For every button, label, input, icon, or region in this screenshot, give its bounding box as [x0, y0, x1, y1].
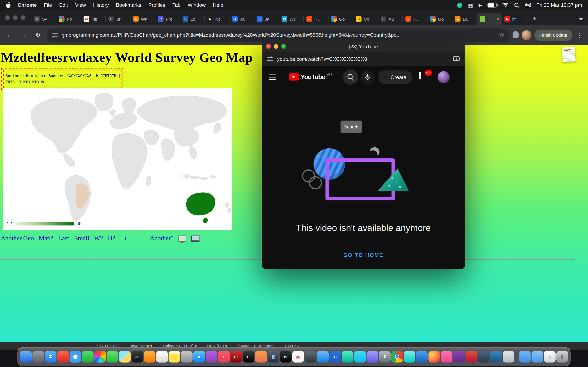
page-link[interactable]: Email — [74, 235, 89, 242]
dock-app-icon[interactable] — [144, 351, 155, 363]
back-button[interactable]: ← — [4, 29, 15, 41]
browser-tab[interactable]: ● RJ × — [403, 13, 428, 25]
create-button[interactable]: + Create — [378, 70, 412, 84]
profile-avatar[interactable] — [522, 30, 531, 40]
browser-tab[interactable]: S Bri × — [106, 13, 130, 25]
dock-app-icon[interactable]: ⚙ — [379, 351, 390, 363]
browser-tab[interactable]: N Ne × — [205, 13, 229, 25]
map-region-middle-east[interactable] — [144, 130, 158, 145]
browser-tab[interactable]: P Pre × — [155, 13, 180, 25]
map-region-png[interactable] — [210, 175, 216, 178]
dock-app-icon[interactable]: ▯ — [556, 351, 568, 363]
map-region-australia[interactable] — [186, 192, 215, 215]
dock-app-icon[interactable] — [503, 351, 514, 363]
extensions-icon[interactable] — [513, 32, 519, 38]
dock-app-icon[interactable] — [94, 351, 106, 363]
youtube-titlebar[interactable]: (28) YouTube — [262, 41, 465, 52]
page-link[interactable]: Another Geo — [1, 235, 34, 242]
wifi-icon[interactable] — [502, 2, 509, 8]
dock-app-icon[interactable]: FZ — [231, 351, 242, 363]
dock-app-icon[interactable] — [490, 351, 502, 363]
map-region-greenland[interactable] — [95, 93, 113, 111]
browser-tab[interactable]: J Ja × — [254, 13, 279, 25]
dock-app-icon[interactable] — [317, 351, 329, 363]
site-settings-icon[interactable] — [267, 56, 273, 62]
apple-menu-icon[interactable] — [6, 2, 10, 8]
dock-app-icon[interactable] — [156, 351, 168, 363]
dock-app-icon[interactable]: ▦ — [268, 351, 279, 363]
dock-app-icon[interactable] — [33, 351, 44, 363]
browser-tab[interactable]: S Lo × — [180, 13, 205, 25]
dock-app-icon[interactable] — [391, 351, 403, 363]
page-link[interactable]: -- — [132, 235, 136, 242]
dock-app-icon[interactable] — [428, 351, 440, 363]
browser-tab[interactable]: M Inb × — [81, 13, 106, 25]
menubar-item[interactable]: Profiles — [148, 2, 165, 8]
reload-button[interactable]: ↻ — [32, 29, 43, 41]
dock-app-icon[interactable] — [416, 351, 428, 363]
menubar-item[interactable]: Tab — [172, 2, 181, 8]
map-region-india[interactable] — [161, 139, 175, 161]
dock-app-icon[interactable]: A — [193, 351, 205, 363]
menubar-item[interactable]: View — [75, 2, 86, 8]
dock-app-icon[interactable] — [366, 351, 378, 363]
forward-button[interactable]: → — [18, 29, 29, 41]
desktop-icon[interactable] — [178, 235, 186, 242]
browser-tab[interactable]: W We × — [279, 13, 304, 25]
menubar-item[interactable]: Window — [188, 2, 206, 8]
browser-tab[interactable]: ▶ ifr × — [502, 13, 527, 25]
menubar-item[interactable]: Help — [213, 2, 223, 8]
map-region-japan[interactable] — [214, 123, 221, 133]
page-link[interactable]: H? — [108, 235, 115, 242]
page-link[interactable]: Map? — [39, 235, 53, 242]
dock-app-icon[interactable] — [107, 351, 118, 363]
dock-app-icon[interactable] — [478, 351, 490, 363]
dock-app-icon[interactable] — [342, 351, 354, 363]
map-region-asia[interactable] — [137, 96, 227, 131]
menubar-clock[interactable]: Fri 20 Mar 10:37 pm — [536, 2, 582, 8]
menubar-item[interactable]: Bookmarks — [116, 2, 141, 8]
annotation-box[interactable]: Southern Hemispere Buddies CXCXCXCXCX8 H… — [3, 70, 121, 89]
address-bar[interactable]: rjmprogramming.com.au/PHP/GeoChart/geo_c… — [47, 28, 510, 42]
open-in-browser-icon[interactable] — [453, 56, 460, 62]
menubar-item[interactable]: File — [44, 2, 52, 8]
map-region-tasmania[interactable] — [203, 218, 208, 223]
dock-app-icon[interactable] — [441, 351, 452, 363]
map-region-africa[interactable] — [112, 133, 147, 189]
finish-update-button[interactable]: Finish update — [534, 29, 572, 41]
map-region-china[interactable] — [174, 127, 199, 146]
dock-app-icon[interactable] — [82, 351, 94, 363]
dock-app-icon[interactable]: ✉ — [45, 351, 56, 363]
dock-app-icon[interactable] — [404, 351, 415, 363]
map-region-north-america[interactable] — [31, 98, 97, 153]
browser-tab[interactable]: G Go × — [428, 13, 452, 25]
dock-app-icon[interactable]: >_ — [243, 351, 254, 363]
youtube-logo[interactable]: YouTube AU — [289, 73, 332, 81]
browser-tab[interactable]: × — [477, 13, 502, 25]
page-link[interactable]: ++ — [120, 235, 127, 242]
menubar-item[interactable]: History — [93, 2, 109, 8]
browser-tab[interactable]: W Wa × — [130, 13, 155, 25]
zoom-window-button[interactable] — [281, 44, 286, 49]
go-to-home-button[interactable]: GO TO HOME — [337, 248, 390, 262]
map-region-uk[interactable] — [109, 109, 115, 116]
map-region-indonesia[interactable] — [183, 175, 190, 178]
map-region-madagascar[interactable] — [146, 176, 151, 186]
dock-app-icon[interactable] — [354, 351, 366, 363]
dock-app-icon[interactable] — [20, 351, 32, 363]
map-region-new-zealand[interactable] — [225, 202, 232, 213]
screen-mirroring-icon[interactable]: ▶ — [479, 2, 482, 8]
page-link[interactable]: + — [141, 235, 145, 242]
zoom-window-button[interactable] — [21, 15, 26, 20]
dock-app-icon[interactable]: ≡ — [544, 351, 555, 363]
menubar-item[interactable]: Edit — [59, 2, 68, 8]
browser-tab[interactable]: C Co × — [353, 13, 378, 25]
dock-app-icon[interactable]: 20 — [292, 351, 304, 363]
page-link[interactable]: Another? — [150, 235, 173, 242]
map-region-central-america[interactable] — [63, 153, 75, 167]
browser-menu-icon[interactable]: ⋮ — [575, 31, 584, 39]
site-settings-icon[interactable] — [52, 33, 58, 38]
browser-tab[interactable]: G Go × — [329, 13, 353, 25]
dock-app-icon[interactable] — [519, 351, 531, 363]
battery-icon[interactable] — [488, 2, 497, 8]
